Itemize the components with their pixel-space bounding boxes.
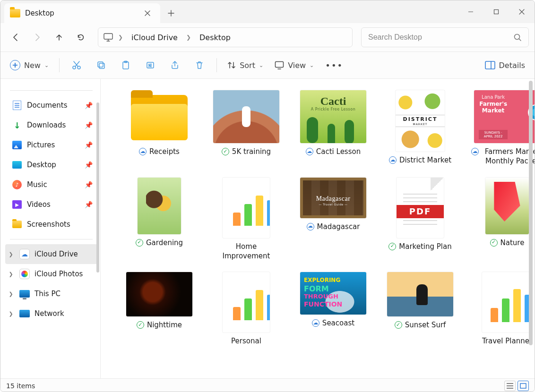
view-mode-toggle: [504, 381, 529, 391]
file-item-seacoast[interactable]: EXPLORING FORM THROUGH FUNCTION ☁ Seacoa…: [293, 272, 373, 346]
close-window-button[interactable]: [509, 0, 535, 23]
details-icon: [485, 61, 495, 69]
pdf-thumbnail: PDF: [397, 178, 444, 238]
file-item-personal[interactable]: Personal: [207, 272, 286, 346]
file-item-sunset-surf[interactable]: ✓ Sunset Surf: [380, 272, 460, 346]
tab-desktop[interactable]: Desktop: [4, 3, 160, 23]
chart-thumbnail: [482, 272, 532, 332]
file-item-farmers-market[interactable]: Lana Park Farmer's Market SUNDAYS · APRI…: [467, 90, 535, 166]
sidebar-item-label: Screenshots: [27, 220, 70, 229]
file-item-district-market[interactable]: DISTRICTMARKET ☁ District Market: [380, 90, 460, 166]
sort-button[interactable]: Sort ⌄: [223, 56, 268, 75]
minimize-button[interactable]: [458, 0, 483, 23]
breadcrumb[interactable]: ❯ iCloud Drive ❯ Desktop: [98, 27, 353, 47]
new-label: New: [24, 61, 41, 70]
image-thumbnail: EXPLORING FORM THROUGH FUNCTION: [300, 272, 366, 315]
paste-button[interactable]: [114, 56, 137, 75]
sidebar-item-label: Desktop: [27, 161, 56, 169]
titlebar: Desktop: [0, 0, 535, 23]
file-item-nighttime[interactable]: ✓ Nighttime: [120, 272, 199, 346]
share-button[interactable]: [164, 56, 186, 75]
file-label: Nighttime: [147, 320, 182, 330]
sidebar-item-this-pc[interactable]: ❯ This PC: [5, 284, 97, 304]
delete-button[interactable]: [188, 56, 211, 75]
new-button[interactable]: + New ⌄: [5, 56, 53, 75]
back-button[interactable]: [6, 28, 25, 47]
more-button[interactable]: •••: [320, 56, 348, 75]
sidebar-item-icloud-drive[interactable]: ❯ ☁ iCloud Drive: [5, 244, 97, 264]
sidebar-item-desktop[interactable]: Desktop 📌: [5, 155, 97, 175]
file-label: District Market: [399, 155, 451, 165]
breadcrumb-part-1[interactable]: Desktop: [196, 31, 234, 44]
chevron-right-icon[interactable]: ❯: [7, 291, 15, 297]
status-text: 15 items: [6, 382, 35, 390]
file-item-cacti-lesson[interactable]: CactiA Prickle Free Lesson ☁ Cacti Lesso…: [293, 90, 373, 166]
icloud-icon: ☁: [19, 249, 30, 259]
file-item-5k-training[interactable]: ✓ 5K training: [207, 90, 286, 166]
chevron-right-icon[interactable]: ❯: [7, 271, 15, 277]
svg-rect-5: [99, 63, 104, 68]
file-item-gardening[interactable]: ✓ Gardening: [120, 178, 199, 261]
breadcrumb-part-0[interactable]: iCloud Drive: [128, 31, 181, 44]
chevron-right-icon[interactable]: ❯: [7, 311, 15, 317]
svg-rect-12: [520, 383, 526, 388]
tab-close-button[interactable]: [140, 6, 155, 20]
file-item-receipts[interactable]: ☁ Receipts: [120, 90, 199, 166]
pin-icon: 📌: [85, 102, 93, 109]
maximize-button[interactable]: [483, 0, 509, 23]
svg-rect-1: [104, 34, 112, 39]
sidebar-item-screenshots[interactable]: Screenshots: [5, 214, 97, 234]
window-controls: [458, 0, 535, 23]
file-label: Cacti Lesson: [316, 147, 361, 156]
view-label: View: [288, 61, 306, 70]
sidebar-item-documents[interactable]: Documents 📌: [5, 95, 97, 115]
sidebar-item-pictures[interactable]: Pictures 📌: [5, 135, 97, 155]
this-pc-icon: [19, 289, 30, 299]
forward-button[interactable]: [28, 28, 47, 47]
image-thumbnail: Madagascar— Travel Guide —: [300, 178, 366, 218]
cloud-status-icon: ☁: [312, 319, 319, 327]
pin-icon: 📌: [85, 121, 93, 129]
chevron-right-icon[interactable]: ❯: [7, 251, 15, 257]
main-area: Documents 📌 ↓ Downloads 📌 Pictures 📌 Des…: [0, 79, 535, 378]
sidebar-item-label: Network: [35, 309, 64, 318]
plus-circle-icon: +: [10, 60, 20, 70]
view-button[interactable]: View ⌄: [270, 56, 319, 75]
search-input[interactable]: [368, 33, 513, 42]
sidebar-item-downloads[interactable]: ↓ Downloads 📌: [5, 115, 97, 135]
cut-button[interactable]: [65, 56, 88, 75]
file-grid[interactable]: ☁ Receipts ✓ 5K training CactiA Prickle …: [101, 79, 535, 378]
rename-button[interactable]: [139, 56, 162, 75]
sidebar-item-label: This PC: [35, 290, 60, 298]
sidebar-scrollbar[interactable]: [96, 102, 99, 273]
chart-thumbnail: [223, 272, 270, 332]
cloud-status-icon: ☁: [389, 156, 397, 164]
file-item-madagascar[interactable]: Madagascar— Travel Guide — ☁ Madagascar: [293, 178, 373, 261]
pin-icon: 📌: [85, 181, 93, 188]
icons-view-button[interactable]: [518, 381, 529, 391]
file-label: Sunset Surf: [405, 320, 446, 330]
file-item-marketing-plan[interactable]: PDF ✓ Marketing Plan: [380, 178, 460, 261]
file-label: 5K training: [232, 147, 271, 156]
details-view-button[interactable]: [504, 381, 516, 391]
file-item-home-improvement[interactable]: Home Improvement: [207, 178, 286, 261]
up-button[interactable]: [50, 28, 69, 47]
status-bar: 15 items: [0, 378, 535, 392]
chevron-down-icon: ⌄: [44, 62, 49, 68]
sidebar-item-music[interactable]: ♪ Music 📌: [5, 175, 97, 195]
copy-button[interactable]: [90, 56, 112, 75]
sidebar-item-network[interactable]: ❯ Network: [5, 304, 97, 324]
sidebar-item-icloud-photos[interactable]: ❯ iCloud Photos: [5, 264, 97, 284]
chevron-down-icon: ⌄: [259, 62, 263, 68]
new-tab-button[interactable]: [160, 3, 182, 23]
tab-title: Desktop: [25, 9, 136, 17]
file-item-travel-planner[interactable]: Travel Planner: [467, 272, 535, 346]
content-scrollbar[interactable]: [529, 81, 533, 345]
chart-thumbnail: [223, 178, 270, 238]
search-box[interactable]: [361, 27, 529, 47]
chevron-right-icon: ❯: [115, 34, 126, 41]
sidebar-item-videos[interactable]: ▶ Videos 📌: [5, 195, 97, 214]
details-button[interactable]: Details: [480, 56, 530, 75]
refresh-button[interactable]: [71, 28, 90, 47]
file-item-nature[interactable]: ✓ Nature: [467, 178, 535, 261]
